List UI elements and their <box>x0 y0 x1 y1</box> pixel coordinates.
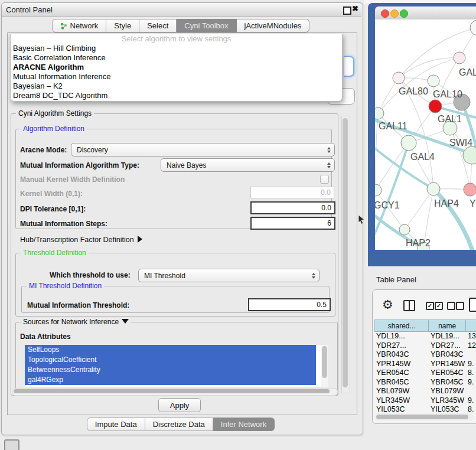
table-row[interactable]: YBR045CYBR045C9. <box>374 378 476 387</box>
manual-kernel-label: Manual Kernel Width Definition <box>20 175 125 184</box>
apply-button[interactable]: Apply <box>158 398 201 412</box>
network-canvas[interactable]: GAL80GAL10GAL2GAL1GAL11GAL4SWI4HAP4YGCY1… <box>375 19 476 250</box>
close-icon[interactable]: ✖ <box>352 4 358 13</box>
aracne-mode-combo[interactable]: Discovery <box>71 143 335 156</box>
control-panel-tabbar: NetworkStyleSelectCyni ToolboxjActiveMNo… <box>0 19 361 32</box>
bottom-tab-impute-data[interactable]: Impute Data <box>87 418 145 431</box>
network-node[interactable] <box>429 100 442 113</box>
algorithm-option[interactable]: Dream8 DC_TDC Algorithm <box>11 91 342 100</box>
columns-icon[interactable] <box>403 300 415 311</box>
table-header-row: shared...name <box>374 319 476 332</box>
column-header[interactable]: shared... <box>374 319 429 332</box>
sources-title[interactable]: Sources for Network Inference <box>21 318 131 326</box>
settings-horizontal-scrollbar[interactable] <box>12 388 338 396</box>
checkbox-checked-icon[interactable]: ✓ <box>435 302 443 310</box>
network-node[interactable] <box>427 182 440 195</box>
dock-icon[interactable] <box>4 439 19 450</box>
network-node[interactable] <box>463 146 476 164</box>
checkbox-unchecked-icon[interactable] <box>456 302 464 310</box>
network-edge <box>405 189 433 230</box>
network-node[interactable] <box>464 183 476 196</box>
spinner-arrows-icon <box>327 147 331 153</box>
mi-type-combo[interactable]: Naive Bayes <box>161 158 335 172</box>
hub-definition-toggle[interactable]: Hub/Transcription Factor Definition <box>20 236 142 244</box>
minimize-traffic-icon[interactable] <box>390 9 399 18</box>
mouse-cursor <box>358 215 366 224</box>
algorithm-option[interactable]: Mutual Information Inference <box>11 72 342 81</box>
collapsed-arrow-icon <box>138 236 142 243</box>
bottom-tab-infer-network[interactable]: Infer Network <box>213 418 275 431</box>
network-node[interactable] <box>454 52 465 64</box>
attribute-item[interactable]: SelfLoops <box>25 345 316 355</box>
mi-threshold-title: MI Threshold Definition <box>27 282 104 290</box>
kernel-width-field[interactable]: 0.0 <box>250 187 334 198</box>
kernel-width-label: Kernel Width (0,1): <box>20 190 83 198</box>
network-node-label: GAL11 <box>379 121 407 131</box>
data-attributes-list[interactable]: SelfLoopsTopologicalCoefficientBetweenne… <box>25 345 328 387</box>
mi-type-label: Mutual Information Algorithm Type: <box>20 161 139 169</box>
table-row[interactable]: YBR043CYBR043C <box>374 350 476 360</box>
table-row[interactable]: YDR27...YDR27...12 <box>374 341 476 351</box>
page-icon[interactable] <box>469 298 476 312</box>
maximize-traffic-icon[interactable] <box>400 9 408 18</box>
manual-kernel-checkbox[interactable] <box>320 175 329 184</box>
checkbox-unchecked-icon[interactable] <box>447 302 455 310</box>
settings-vertical-scrollbar[interactable] <box>341 116 350 393</box>
mi-threshold-field[interactable]: 0.5 <box>248 298 331 311</box>
table-row[interactable]: YPR145WYPR145W9. <box>374 360 476 369</box>
dpi-tolerance-field[interactable]: 0.0 <box>250 201 335 214</box>
network-node[interactable] <box>401 135 416 151</box>
inference-algorithm-combo-fragment[interactable] <box>344 56 354 77</box>
bottom-tab-discretize-data[interactable]: Discretize Data <box>145 418 213 431</box>
network-node[interactable] <box>470 20 476 35</box>
mi-steps-label: Mutual Information Steps: <box>20 220 107 228</box>
settings-group-title: Cyni Algorithm Settings <box>16 109 94 118</box>
close-traffic-icon[interactable] <box>381 9 389 18</box>
network-edge <box>376 143 409 190</box>
aracne-mode-value: Discovery <box>77 146 108 154</box>
network-node[interactable] <box>428 75 439 87</box>
attribute-item[interactable]: gal4RGexp <box>25 375 316 385</box>
node-table: shared...name YDL19...YDL19...13YDR27...… <box>374 319 476 412</box>
mi-steps-field[interactable]: 6 <box>250 217 335 230</box>
tab-cyni-toolbox[interactable]: Cyni Toolbox <box>177 19 236 32</box>
network-node[interactable] <box>375 184 382 196</box>
tab-style[interactable]: Style <box>106 19 139 32</box>
float-window-icon[interactable] <box>343 6 351 15</box>
control-panel-titlebar[interactable] <box>2 3 361 17</box>
which-threshold-combo[interactable]: MI Threshold <box>138 269 319 282</box>
table-horizontal-scrollbar[interactable] <box>374 413 474 420</box>
algorithm-option[interactable]: Bayesian – K2 <box>11 81 342 91</box>
algorithm-option[interactable]: Basic Correlation Inference <box>11 53 342 63</box>
table-row[interactable]: YBL079WYBL079W <box>374 387 476 396</box>
network-edge <box>378 58 459 113</box>
attributes-scrollbar[interactable] <box>321 345 328 387</box>
network-node[interactable] <box>375 107 384 119</box>
threshold-definition-title: Threshold Definition <box>21 249 89 257</box>
tab-network[interactable]: Network <box>52 19 107 32</box>
algorithm-option[interactable]: Bayesian – Hill Climbing <box>11 44 342 53</box>
table-row[interactable]: YLR345WYLR345W9. <box>374 396 476 406</box>
checkbox-checked-icon[interactable]: ✓ <box>426 302 434 310</box>
network-node[interactable] <box>399 224 410 235</box>
table-row[interactable]: YIL053CYIL053C8. <box>374 405 476 412</box>
network-node[interactable] <box>393 72 405 84</box>
column-header[interactable] <box>466 319 476 332</box>
tab-select[interactable]: Select <box>139 19 177 32</box>
dropdown-placeholder: Select algorithm to view settings <box>11 34 342 44</box>
network-node-label: SWI4 <box>449 138 472 148</box>
table-row[interactable]: YDL19...YDL19...13 <box>374 332 476 341</box>
network-window-titlebar[interactable] <box>375 6 476 20</box>
column-header[interactable]: name <box>429 319 466 332</box>
tab-jactivemnodules[interactable]: jActiveMNodules <box>237 19 310 32</box>
table-row[interactable]: YER054CYER054C8. <box>374 369 476 378</box>
attribute-item[interactable]: BetweennessCentrality <box>25 365 316 375</box>
mi-type-value: Naive Bayes <box>167 161 206 169</box>
cyni-bottom-tabbar: Impute DataDiscretize DataInfer Network <box>0 418 361 431</box>
network-node-label: GCY1 <box>375 200 400 210</box>
algorithm-option[interactable]: ARACNE Algorithm <box>11 63 342 72</box>
spinner-arrows-icon <box>327 162 331 168</box>
table-panel-title: Table Panel <box>376 275 416 284</box>
gear-icon[interactable]: ⚙ <box>382 298 393 312</box>
attribute-item[interactable]: TopologicalCoefficient <box>25 355 316 365</box>
